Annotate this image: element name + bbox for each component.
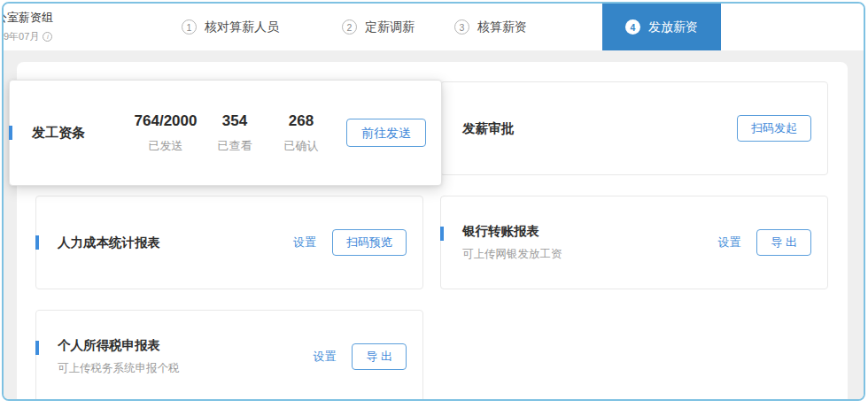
scan-preview-button[interactable]: 扫码预览 <box>332 229 407 256</box>
accent-bar <box>9 126 12 140</box>
payroll-approval-card: 发薪审批 扫码发起 <box>440 81 828 175</box>
step-calc-salary[interactable]: 3 核算薪资 <box>454 4 527 50</box>
step-bar: 公室薪资组 9年07月 i 1 核对算薪人员 2 定薪调薪 3 核算薪资 4 发… <box>4 4 864 50</box>
info-icon[interactable]: i <box>43 32 52 42</box>
step-1-number-icon: 1 <box>182 19 197 35</box>
stat-confirmed-label: 已确认 <box>275 138 328 154</box>
stat-sent-value: 764/2000 <box>121 112 210 130</box>
card-actions: 设置 导 出 <box>717 229 811 256</box>
hr-cost-report-card: 人力成本统计报表 设置 扫码预览 <box>35 196 423 289</box>
payroll-group-name: 公室薪资组 <box>2 10 53 26</box>
bank-transfer-report-card: 银行转账报表 可上传网银发放工资 设置 导 出 <box>440 196 828 289</box>
step-3-number-icon: 3 <box>454 19 469 35</box>
stat-viewed-value: 354 <box>208 112 261 130</box>
payroll-period: 9年07月 i <box>4 30 53 43</box>
scan-initiate-button[interactable]: 扫码发起 <box>737 115 811 142</box>
card-main: 人力成本统计报表 <box>58 235 293 251</box>
step-4-label: 发放薪资 <box>648 19 698 35</box>
card-main: 发薪审批 <box>462 120 737 137</box>
step-3-label: 核算薪资 <box>477 19 527 35</box>
payroll-period-text: 9年07月 <box>4 30 39 43</box>
bank-settings-link[interactable]: 设置 <box>717 235 740 250</box>
payroll-approval-title: 发薪审批 <box>462 120 737 137</box>
step-1-label: 核对算薪人员 <box>205 19 279 35</box>
step-2-number-icon: 2 <box>342 19 357 35</box>
stat-sent: 764/2000 已发送 <box>121 112 210 154</box>
card-main: 银行转账报表 可上传网银发放工资 <box>462 223 717 262</box>
income-tax-report-card: 个人所得税申报表 可上传税务系统申报个税 设置 导 出 <box>35 310 423 401</box>
stat-viewed-label: 已查看 <box>208 138 261 154</box>
payroll-group-info: 公室薪资组 9年07月 i <box>4 10 53 43</box>
hr-cost-report-title: 人力成本统计报表 <box>58 235 293 251</box>
step-check-staff[interactable]: 1 核对算薪人员 <box>182 4 279 50</box>
card-actions: 设置 导 出 <box>313 343 407 370</box>
tax-settings-link[interactable]: 设置 <box>313 349 336 365</box>
hr-cost-settings-link[interactable]: 设置 <box>293 235 316 250</box>
card-actions: 设置 扫码预览 <box>293 229 407 256</box>
stat-confirmed: 268 已确认 <box>275 112 328 154</box>
stat-viewed: 354 已查看 <box>208 112 261 154</box>
bank-transfer-report-title: 银行转账报表 <box>462 223 717 240</box>
step-2-label: 定薪调薪 <box>365 19 415 35</box>
card-main: 个人所得税申报表 可上传税务系统申报个税 <box>58 337 313 376</box>
bank-export-button[interactable]: 导 出 <box>756 229 811 256</box>
accent-bar <box>35 341 39 355</box>
stat-confirmed-value: 268 <box>275 112 328 130</box>
accent-bar <box>35 235 39 250</box>
send-payslip-title: 发工资条 <box>32 125 85 142</box>
tax-export-button[interactable]: 导 出 <box>352 343 407 370</box>
go-send-button[interactable]: 前往发送 <box>346 119 426 147</box>
step-set-salary[interactable]: 2 定薪调薪 <box>342 4 415 50</box>
bank-transfer-report-subtitle: 可上传网银发放工资 <box>462 247 717 262</box>
step-4-number-icon: 4 <box>625 19 640 35</box>
card-actions: 扫码发起 <box>737 115 811 142</box>
accent-bar <box>440 227 444 241</box>
step-pay-salary-active[interactable]: 4 发放薪资 <box>602 4 721 50</box>
income-tax-report-title: 个人所得税申报表 <box>58 337 313 354</box>
stat-sent-label: 已发送 <box>121 138 210 154</box>
send-payslip-popup: 发工资条 764/2000 已发送 354 已查看 268 已确认 前往发送 <box>9 80 442 186</box>
payroll-panel: 公室薪资组 9年07月 i 1 核对算薪人员 2 定薪调薪 3 核算薪资 4 发… <box>2 2 865 401</box>
income-tax-report-subtitle: 可上传税务系统申报个税 <box>58 361 313 376</box>
